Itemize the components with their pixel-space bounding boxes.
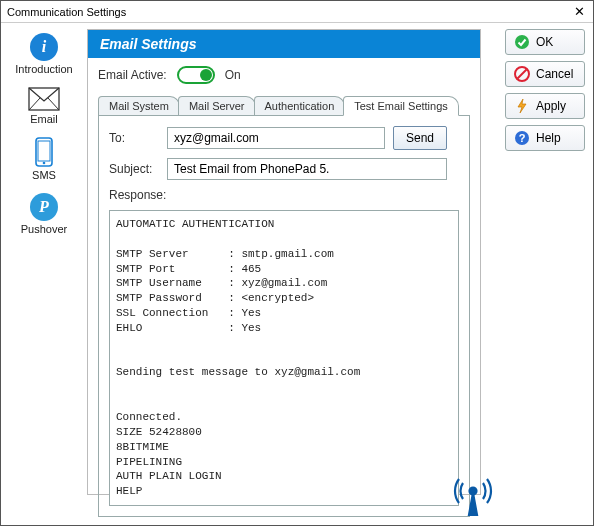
response-label: Response: [109, 188, 459, 202]
panel-title: Email Settings [88, 30, 480, 58]
lightning-icon [514, 98, 530, 114]
send-button[interactable]: Send [393, 126, 447, 150]
sidebar: i Introduction Email SMS P Pushover [1, 23, 87, 525]
settings-panel: Email Settings Email Active: On Mail Sys… [87, 29, 481, 495]
sidebar-item-sms[interactable]: SMS [1, 135, 87, 185]
ok-button[interactable]: OK [505, 29, 585, 55]
tab-content: To: Send Subject: Response: AUTOMATIC AU… [98, 116, 470, 517]
sidebar-item-pushover[interactable]: P Pushover [1, 191, 87, 239]
svg-point-3 [43, 162, 46, 165]
tab-bar: Mail System Mail Server Authentication T… [98, 92, 470, 116]
sidebar-item-label: Email [30, 113, 58, 125]
envelope-icon [28, 87, 60, 111]
sidebar-item-label: Introduction [15, 63, 72, 75]
email-active-label: Email Active: [98, 68, 167, 82]
tab-mail-server[interactable]: Mail Server [178, 96, 256, 115]
cancel-icon [514, 66, 530, 82]
tab-mail-system[interactable]: Mail System [98, 96, 180, 115]
sidebar-item-label: Pushover [21, 223, 67, 235]
to-input[interactable] [167, 127, 385, 149]
sidebar-item-email[interactable]: Email [1, 85, 87, 129]
svg-rect-2 [38, 141, 50, 161]
svg-text:?: ? [519, 132, 526, 144]
pushover-icon: P [30, 193, 58, 221]
help-icon: ? [514, 130, 530, 146]
help-button[interactable]: ? Help [505, 125, 585, 151]
to-label: To: [109, 131, 159, 145]
info-icon: i [30, 33, 58, 61]
close-button[interactable]: ✕ [569, 3, 589, 21]
response-textarea[interactable]: AUTOMATIC AUTHENTICATION SMTP Server : s… [109, 210, 459, 506]
check-icon [514, 34, 530, 50]
sidebar-item-label: SMS [32, 169, 56, 181]
svg-point-5 [515, 35, 529, 49]
subject-input[interactable] [167, 158, 447, 180]
tab-test-email-settings[interactable]: Test Email Settings [343, 96, 459, 116]
phone-icon [33, 137, 55, 167]
apply-button[interactable]: Apply [505, 93, 585, 119]
window-title: Communication Settings [7, 6, 126, 18]
tab-authentication[interactable]: Authentication [254, 96, 346, 115]
sidebar-item-introduction[interactable]: i Introduction [1, 31, 87, 79]
titlebar: Communication Settings ✕ [1, 1, 593, 23]
antenna-icon [453, 477, 493, 517]
dialog-buttons: OK Cancel Apply ? Help [505, 23, 593, 525]
email-active-state: On [225, 68, 241, 82]
subject-label: Subject: [109, 162, 159, 176]
email-active-toggle[interactable] [177, 66, 215, 84]
svg-line-7 [518, 70, 527, 79]
cancel-button[interactable]: Cancel [505, 61, 585, 87]
